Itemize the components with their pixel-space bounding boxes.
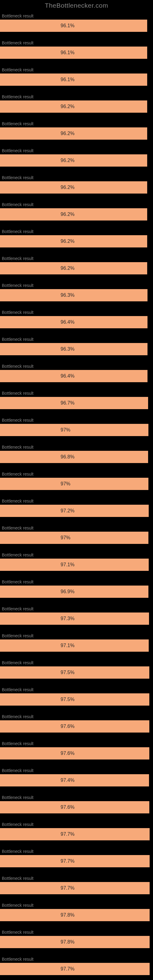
bar-value: 96.1% xyxy=(61,23,74,29)
table-row: Bottleneck result97.7% xyxy=(0,875,153,902)
bar-wrap: 97.7% xyxy=(0,855,153,867)
table-row: Bottleneck result97.3% xyxy=(0,605,153,632)
bar-value: 96.2% xyxy=(61,212,74,217)
row-label: Bottleneck result xyxy=(0,713,153,720)
table-row: Bottleneck result97.8% xyxy=(0,929,153,956)
table-row: Bottleneck result97.7% xyxy=(0,956,153,980)
table-row: Bottleneck result97.8% xyxy=(0,902,153,929)
bar-value: 96.9% xyxy=(61,589,74,595)
row-label: Bottleneck result xyxy=(0,497,153,505)
row-label: Bottleneck result xyxy=(0,956,153,963)
bar-value: 96.2% xyxy=(61,239,74,244)
table-row: Bottleneck result96.3% xyxy=(0,282,153,309)
row-label: Bottleneck result xyxy=(0,120,153,127)
table-row: Bottleneck result97.7% xyxy=(0,821,153,848)
table-row: Bottleneck result97% xyxy=(0,524,153,551)
bar-fill xyxy=(0,882,150,894)
row-label: Bottleneck result xyxy=(0,875,153,882)
bar-wrap: 97.7% xyxy=(0,828,153,840)
table-row: Bottleneck result97% xyxy=(0,470,153,497)
row-label: Bottleneck result xyxy=(0,390,153,397)
row-label: Bottleneck result xyxy=(0,821,153,828)
table-row: Bottleneck result97.7% xyxy=(0,848,153,875)
row-label: Bottleneck result xyxy=(0,147,153,154)
table-row: Bottleneck result96.3% xyxy=(0,336,153,363)
row-label: Bottleneck result xyxy=(0,470,153,478)
bar-wrap: 96.1% xyxy=(0,46,153,59)
row-label: Bottleneck result xyxy=(0,605,153,612)
bar-chart: Bottleneck result96.1%Bottleneck result9… xyxy=(0,12,153,980)
bar-wrap: 96.2% xyxy=(0,235,153,247)
bar-value: 96.1% xyxy=(61,77,74,83)
row-label: Bottleneck result xyxy=(0,524,153,531)
bar-value: 97.1% xyxy=(61,643,74,648)
table-row: Bottleneck result96.1% xyxy=(0,66,153,93)
bar-wrap: 96.4% xyxy=(0,316,153,328)
bar-value: 97.4% xyxy=(61,778,74,783)
table-row: Bottleneck result96.2% xyxy=(0,93,153,120)
bar-wrap: 96.3% xyxy=(0,289,153,301)
bar-fill xyxy=(0,747,149,759)
header: TheBottlenecker.com xyxy=(0,0,153,12)
row-label: Bottleneck result xyxy=(0,686,153,694)
table-row: Bottleneck result97.1% xyxy=(0,632,153,659)
row-label: Bottleneck result xyxy=(0,444,153,451)
bar-value: 97.7% xyxy=(61,832,74,837)
bar-fill xyxy=(0,801,149,813)
bar-wrap: 96.2% xyxy=(0,208,153,221)
bar-wrap: 97.6% xyxy=(0,747,153,759)
bar-wrap: 96.4% xyxy=(0,370,153,382)
bar-wrap: 96.2% xyxy=(0,127,153,140)
bar-fill xyxy=(0,828,150,840)
bar-value: 96.4% xyxy=(61,373,74,379)
bar-value: 97.6% xyxy=(61,724,74,729)
table-row: Bottleneck result96.2% xyxy=(0,255,153,282)
row-label: Bottleneck result xyxy=(0,578,153,585)
row-label: Bottleneck result xyxy=(0,767,153,774)
row-label: Bottleneck result xyxy=(0,417,153,424)
bar-value: 96.7% xyxy=(61,400,74,406)
row-label: Bottleneck result xyxy=(0,12,153,20)
bar-wrap: 96.1% xyxy=(0,73,153,86)
bar-value: 97% xyxy=(61,427,70,433)
table-row: Bottleneck result97.5% xyxy=(0,659,153,686)
row-label: Bottleneck result xyxy=(0,740,153,747)
bar-value: 96.1% xyxy=(61,50,74,56)
bar-fill xyxy=(0,774,149,786)
bar-wrap: 97% xyxy=(0,478,153,490)
bar-value: 97% xyxy=(61,535,70,541)
bar-value: 97% xyxy=(61,481,70,487)
bar-fill xyxy=(0,478,148,490)
bar-value: 97.5% xyxy=(61,697,74,702)
bar-value: 97.6% xyxy=(61,751,74,756)
table-row: Bottleneck result97.4% xyxy=(0,767,153,794)
row-label: Bottleneck result xyxy=(0,632,153,640)
bar-fill xyxy=(0,936,150,948)
bar-wrap: 96.2% xyxy=(0,100,153,113)
bar-wrap: 96.2% xyxy=(0,262,153,274)
table-row: Bottleneck result96.2% xyxy=(0,174,153,201)
table-row: Bottleneck result97.6% xyxy=(0,794,153,821)
row-label: Bottleneck result xyxy=(0,929,153,936)
row-label: Bottleneck result xyxy=(0,309,153,316)
bar-wrap: 96.3% xyxy=(0,343,153,355)
bar-value: 96.8% xyxy=(61,454,74,460)
bar-wrap: 97.1% xyxy=(0,558,153,571)
row-label: Bottleneck result xyxy=(0,794,153,801)
row-label: Bottleneck result xyxy=(0,902,153,909)
bar-wrap: 97.6% xyxy=(0,801,153,813)
bar-value: 97.7% xyxy=(61,885,74,891)
table-row: Bottleneck result96.2% xyxy=(0,120,153,147)
bar-wrap: 96.2% xyxy=(0,181,153,194)
row-label: Bottleneck result xyxy=(0,255,153,262)
table-row: Bottleneck result96.7% xyxy=(0,390,153,417)
bar-fill xyxy=(0,694,149,706)
bar-wrap: 97.1% xyxy=(0,640,153,652)
bar-wrap: 97.7% xyxy=(0,882,153,894)
row-label: Bottleneck result xyxy=(0,39,153,46)
table-row: Bottleneck result97% xyxy=(0,417,153,444)
table-row: Bottleneck result97.6% xyxy=(0,713,153,740)
bar-value: 96.3% xyxy=(61,293,74,298)
bar-value: 97.1% xyxy=(61,562,74,568)
bar-value: 96.2% xyxy=(61,131,74,136)
